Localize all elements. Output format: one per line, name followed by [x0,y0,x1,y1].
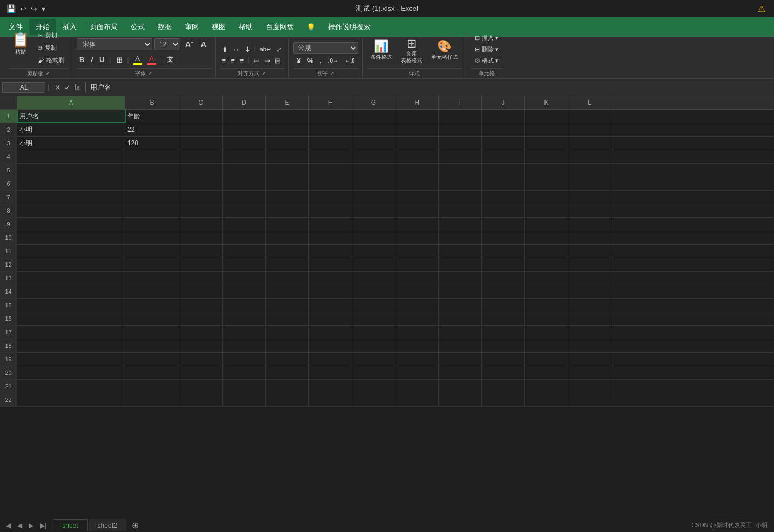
cell-L10[interactable] [568,231,611,244]
cell-B7[interactable] [125,191,179,204]
sheet-tab-sheet2[interactable]: sheet2 [89,519,126,531]
row-number-21[interactable]: 21 [0,380,17,393]
cell-B5[interactable] [125,164,179,177]
cell-K18[interactable] [525,339,568,352]
cell-I19[interactable] [439,353,482,366]
cut-button[interactable]: ✂ 剪切 [35,30,68,41]
cell-F15[interactable] [309,299,352,312]
indent-increase-button[interactable]: ⇒ [262,56,272,66]
font-shrink-button[interactable]: A- [198,39,211,50]
sheet-nav-prev[interactable]: ◀ [15,521,24,530]
delete-cells-button[interactable]: ⊟ 删除 ▾ [470,44,503,55]
cell-E10[interactable] [266,231,309,244]
cell-A9[interactable] [17,218,125,231]
menu-item-help[interactable]: 帮助 [232,19,259,35]
row-number-22[interactable]: 22 [0,393,17,406]
col-header-l[interactable]: L [568,96,611,109]
cell-L6[interactable] [568,177,611,190]
cell-G2[interactable] [352,123,395,136]
formula-fx-icon[interactable]: fx [74,83,80,92]
cell-H22[interactable] [395,393,439,406]
cell-I16[interactable] [439,312,482,325]
cell-K19[interactable] [525,353,568,366]
cell-D21[interactable] [223,380,266,393]
align-left-button[interactable]: ≡ [220,56,228,66]
cell-L20[interactable] [568,366,611,379]
cell-E9[interactable] [266,218,309,231]
cell-I20[interactable] [439,366,482,379]
cell-E1[interactable] [266,110,309,123]
cell-E11[interactable] [266,245,309,258]
quick-access-dropdown-icon[interactable]: ▾ [42,4,45,13]
menu-item-baidu[interactable]: 百度网盘 [259,19,300,35]
cell-G4[interactable] [352,150,395,163]
cell-D20[interactable] [223,366,266,379]
cell-B17[interactable] [125,326,179,339]
cell-C12[interactable] [179,258,223,271]
font-grow-button[interactable]: A+ [183,39,196,50]
cell-I4[interactable] [439,150,482,163]
cell-G7[interactable] [352,191,395,204]
cell-A5[interactable] [17,164,125,177]
cell-D8[interactable] [223,204,266,217]
wrap-text-button[interactable]: ab↵ [258,44,273,55]
bold-button[interactable]: B [77,55,87,65]
row-number-1[interactable]: 1 [0,110,17,123]
cell-B15[interactable] [125,299,179,312]
underline-button[interactable]: U [97,55,107,65]
col-header-k[interactable]: K [525,96,568,109]
cell-D12[interactable] [223,258,266,271]
cell-I1[interactable] [439,110,482,123]
row-number-7[interactable]: 7 [0,191,17,204]
cell-J17[interactable] [482,326,525,339]
cell-K3[interactable] [525,137,568,150]
cell-A13[interactable] [17,272,125,285]
cell-B3[interactable]: 120 [125,137,179,150]
cell-I2[interactable] [439,123,482,136]
cell-D9[interactable] [223,218,266,231]
cell-K8[interactable] [525,204,568,217]
cell-H7[interactable] [395,191,439,204]
row-number-13[interactable]: 13 [0,272,17,285]
cell-D1[interactable] [223,110,266,123]
cell-A22[interactable] [17,393,125,406]
cell-D19[interactable] [223,353,266,366]
cell-K9[interactable] [525,218,568,231]
cell-I3[interactable] [439,137,482,150]
cell-F6[interactable] [309,177,352,190]
cell-K1[interactable] [525,110,568,123]
cell-L11[interactable] [568,245,611,258]
cell-D13[interactable] [223,272,266,285]
cell-E7[interactable] [266,191,309,204]
cell-H12[interactable] [395,258,439,271]
copy-button[interactable]: ⧉ 复制 [35,42,68,53]
cell-K14[interactable] [525,285,568,298]
cell-C17[interactable] [179,326,223,339]
cell-B9[interactable] [125,218,179,231]
cell-H19[interactable] [395,353,439,366]
col-header-e[interactable]: E [266,96,309,109]
cell-A11[interactable] [17,245,125,258]
currency-button[interactable]: ¥ [294,56,303,66]
cell-J19[interactable] [482,353,525,366]
cell-B20[interactable] [125,366,179,379]
cell-J14[interactable] [482,285,525,298]
row-number-4[interactable]: 4 [0,150,17,163]
cell-I21[interactable] [439,380,482,393]
cell-C7[interactable] [179,191,223,204]
cell-B12[interactable] [125,258,179,271]
row-number-12[interactable]: 12 [0,258,17,271]
row-number-3[interactable]: 3 [0,137,17,150]
sheet-nav-last[interactable]: ▶| [38,521,49,530]
cell-D3[interactable] [223,137,266,150]
cell-A15[interactable] [17,299,125,312]
cell-H2[interactable] [395,123,439,136]
cell-G11[interactable] [352,245,395,258]
clipboard-expand-icon[interactable]: ↗ [45,71,50,76]
cell-C5[interactable] [179,164,223,177]
formula-input[interactable] [88,82,772,92]
cell-D22[interactable] [223,393,266,406]
cell-L1[interactable] [568,110,611,123]
cell-L7[interactable] [568,191,611,204]
cell-H6[interactable] [395,177,439,190]
